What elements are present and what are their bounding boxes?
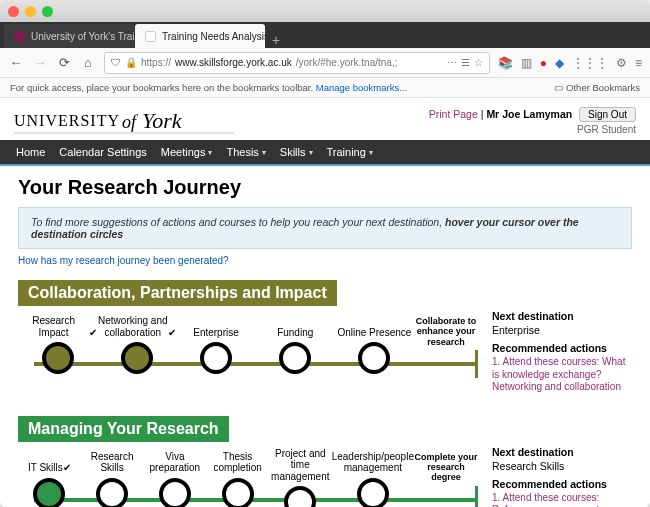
destination-thesis-completion[interactable]: Thesis completion [206, 448, 269, 508]
alert-icon[interactable]: ● [540, 56, 547, 70]
nav-training[interactable]: Training▾ [327, 146, 373, 158]
bookmark-star-icon[interactable]: ☆ [474, 57, 483, 68]
dest-circle [159, 478, 191, 508]
next-dest-heading: Next destination [492, 446, 632, 458]
nav-label: Meetings [161, 146, 206, 158]
other-bookmarks-label: Other Bookmarks [566, 82, 640, 93]
destination-it-skills[interactable]: IT Skills ✔ [18, 448, 81, 508]
chevron-down-icon: ▾ [262, 148, 266, 157]
settings-gear-icon[interactable]: ⚙ [616, 56, 627, 70]
nav-thesis[interactable]: Thesis▾ [226, 146, 265, 158]
destination-project-time[interactable]: Project and time management [269, 448, 332, 508]
extension-icon[interactable]: ◆ [555, 56, 564, 70]
track-collaboration: Research Impact ✔ Networking and collabo… [18, 306, 632, 394]
dest-label: Viva preparation [143, 451, 206, 474]
destination-online-presence[interactable]: Online Presence [335, 312, 414, 374]
nav-calendar-settings[interactable]: Calendar Settings [59, 146, 146, 158]
main-nav: Home Calendar Settings Meetings▾ Thesis▾… [0, 140, 650, 164]
permissions-icon[interactable]: ☰ [461, 57, 470, 68]
tab-favicon [14, 31, 25, 42]
browser-tab-2[interactable]: Training Needs Analysis (TNA) × [135, 24, 265, 48]
print-link[interactable]: Print Page [429, 108, 478, 120]
traffic-close[interactable] [8, 6, 19, 17]
dest-circle [279, 342, 311, 374]
reader-icon[interactable]: ⋯ [447, 57, 457, 68]
tab-label: Training Needs Analysis (TNA) [162, 31, 265, 42]
rec-actions-value: 1. Attend these courses: What is knowled… [492, 356, 632, 394]
track-goal: Collaborate to enhance your research [414, 312, 478, 347]
dest-circle [358, 342, 390, 374]
track-goal: Complete your research degree [414, 448, 478, 483]
chevron-down-icon: ▾ [208, 148, 212, 157]
signout-button[interactable]: Sign Out [579, 107, 636, 122]
lock-icon: 🔒 [125, 57, 137, 68]
info-banner: To find more suggestions of actions and … [18, 207, 632, 249]
nav-home[interactable]: Home [16, 146, 45, 158]
track-sidebar: Next destination Enterprise Recommended … [492, 306, 632, 394]
sidebar-icon[interactable]: ▥ [521, 56, 532, 70]
tab-new-icon[interactable]: + [266, 32, 286, 48]
library-icon[interactable]: 📚 [498, 56, 513, 70]
dest-label: Enterprise [193, 327, 239, 339]
dest-label: Research Skills [81, 451, 144, 474]
svg-text:of: of [122, 112, 139, 132]
nav-label: Thesis [226, 146, 258, 158]
dest-circle [33, 478, 65, 508]
check-icon: ✔ [89, 327, 97, 339]
tab-favicon [145, 31, 156, 42]
nav-back-icon[interactable]: ← [8, 55, 24, 71]
nav-label: Skills [280, 146, 306, 158]
dest-circle [42, 342, 74, 374]
next-dest-value: Enterprise [492, 324, 632, 336]
svg-text:UNIVERSITY: UNIVERSITY [14, 112, 120, 129]
rec-actions-value: 1. Attend these courses: Reference manag… [492, 492, 632, 508]
rec-actions-heading: Recommended actions [492, 342, 632, 354]
bookmarks-hint: For quick access, place your bookmarks h… [10, 82, 313, 93]
browser-tab-1[interactable]: University of York's Training … [4, 24, 134, 48]
menu-icon[interactable]: ≡ [635, 56, 642, 70]
how-generated-link[interactable]: How has my research journey been generat… [18, 255, 632, 266]
destination-research-skills[interactable]: Research Skills [81, 448, 144, 508]
dest-label: Thesis completion [206, 451, 269, 474]
dest-label: IT Skills [28, 462, 63, 474]
shield-icon: 🛡 [111, 57, 121, 68]
nav-label: Home [16, 146, 45, 158]
destination-funding[interactable]: Funding [256, 312, 335, 374]
traffic-min[interactable] [25, 6, 36, 17]
rec-actions-heading: Recommended actions [492, 478, 632, 490]
browser-tabstrip: University of York's Training … Training… [0, 22, 650, 48]
destination-networking[interactable]: Networking and collaboration ✔ [97, 312, 176, 374]
chevron-down-icon: ▾ [309, 148, 313, 157]
university-logo: UNIVERSITY of York [14, 106, 234, 136]
traffic-max[interactable] [42, 6, 53, 17]
site-header: UNIVERSITY of York Print Page | Mr Joe L… [0, 98, 650, 140]
track-header-collaboration: Collaboration, Partnerships and Impact [18, 280, 337, 306]
destination-enterprise[interactable]: Enterprise [176, 312, 255, 374]
track-sidebar: Next destination Research Skills Recomme… [492, 442, 632, 508]
dest-label: Funding [277, 327, 313, 339]
browser-toolbar: ← → ⟳ ⌂ 🛡 🔒 https://www.skillsforge.york… [0, 48, 650, 78]
dest-circle [200, 342, 232, 374]
dest-circle [96, 478, 128, 508]
user-name: Mr Joe Lamyman [486, 108, 572, 120]
dest-circle [121, 342, 153, 374]
nav-reload-icon[interactable]: ⟳ [56, 55, 72, 71]
nav-forward-icon: → [32, 55, 48, 71]
url-host: www.skillsforge.york.ac.uk [175, 57, 292, 68]
address-bar[interactable]: 🛡 🔒 https://www.skillsforge.york.ac.uk/y… [104, 52, 490, 74]
svg-text:York: York [142, 108, 183, 133]
manage-bookmarks-link[interactable]: Manage bookmarks... [316, 82, 407, 93]
nav-home-icon[interactable]: ⌂ [80, 55, 96, 71]
destination-viva[interactable]: Viva preparation [143, 448, 206, 508]
destination-leadership[interactable]: Leadership/people management [332, 448, 414, 508]
dest-label: Project and time management [269, 448, 332, 483]
nav-meetings[interactable]: Meetings▾ [161, 146, 213, 158]
other-bookmarks-button[interactable]: ▭ Other Bookmarks [554, 82, 640, 93]
info-text-a: To find more suggestions of actions and … [31, 216, 445, 228]
account-icon[interactable]: ⋮⋮⋮ [572, 56, 608, 70]
tab-label: University of York's Training … [31, 31, 134, 42]
destination-research-impact[interactable]: Research Impact ✔ [18, 312, 97, 374]
nav-label: Calendar Settings [59, 146, 146, 158]
nav-skills[interactable]: Skills▾ [280, 146, 313, 158]
page-viewport[interactable]: UNIVERSITY of York Print Page | Mr Joe L… [0, 98, 650, 507]
